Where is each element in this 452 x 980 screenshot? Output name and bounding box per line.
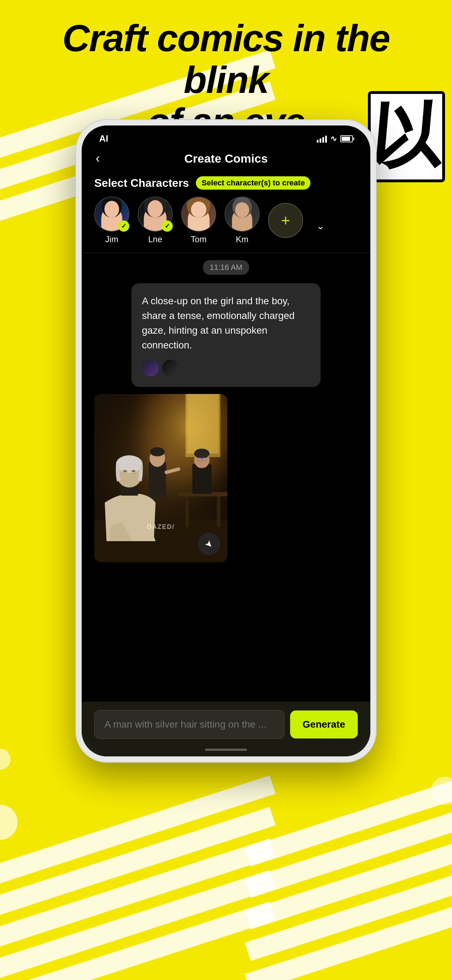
send-button[interactable]: ➤	[198, 533, 220, 555]
timestamp-badge: 11:16 AM	[203, 260, 250, 275]
characters-header: Select Characters Select character(s) to…	[94, 176, 358, 189]
message-avatars	[142, 360, 310, 376]
avatar-jim-check: ✓	[118, 221, 129, 232]
avatar-tom-wrapper	[181, 197, 216, 232]
comic-decoration-box: 以	[368, 91, 445, 182]
phone-screen: AI ∿ ‹ Create Comics	[82, 126, 370, 756]
characters-dropdown[interactable]: ⌄	[312, 217, 329, 234]
message-avatar-lne	[162, 360, 179, 376]
generated-image: DAZED/ ➤	[94, 394, 228, 562]
avatar-lne-check: ✓	[162, 221, 173, 232]
avatar-km	[224, 197, 259, 232]
comic-decoration: 以	[368, 91, 445, 182]
send-icon: ➤	[202, 537, 215, 550]
character-km-name: Km	[236, 234, 248, 244]
character-tom-name: Tom	[191, 234, 206, 244]
headline-line1: Craft comics in the blink	[62, 17, 390, 101]
add-character-button[interactable]: +	[268, 203, 303, 238]
characters-list: ✓ Jim ✓ Lne	[94, 197, 358, 244]
signal-bar	[322, 137, 324, 143]
battery-icon	[340, 135, 353, 142]
message-bubble: A close-up on the girl and the boy, shar…	[131, 283, 321, 387]
select-characters-label: Select Characters	[94, 177, 189, 189]
avatar-jim-wrapper: ✓	[94, 197, 129, 232]
timestamp: 11:16 AM	[94, 260, 358, 275]
chat-area: 11:16 AM A close-up on the girl and the …	[82, 260, 370, 387]
character-jim-name: Jim	[105, 234, 118, 244]
character-jim[interactable]: ✓ Jim	[94, 197, 129, 244]
phone-wrapper: AI ∿ ‹ Create Comics	[75, 119, 377, 763]
message-text: A close-up on the girl and the boy, shar…	[142, 294, 310, 353]
character-tom[interactable]: Tom	[181, 197, 216, 244]
avatar-lne-wrapper: ✓	[138, 197, 173, 232]
signal-bar	[317, 140, 318, 143]
bottom-input-bar: Generate	[82, 702, 370, 756]
battery-fill	[342, 137, 350, 141]
status-icons: ∿	[317, 134, 353, 143]
select-badge: Select character(s) to create	[196, 176, 310, 189]
message-avatar-jim	[142, 360, 159, 376]
watermark: DAZED/	[147, 523, 175, 531]
nav-title: Create Comics	[184, 152, 268, 165]
status-ai-label: AI	[99, 133, 108, 144]
avatar-km-wrapper	[224, 197, 259, 232]
back-button[interactable]: ‹	[95, 151, 113, 166]
signal-bar	[325, 136, 327, 143]
scroll-indicator	[205, 749, 247, 751]
divider	[82, 253, 370, 253]
signal-bar	[320, 138, 321, 143]
character-lne[interactable]: ✓ Lne	[138, 197, 173, 244]
comic-char: 以	[368, 102, 444, 172]
character-lne-name: Lne	[148, 234, 162, 244]
signal-icon	[317, 135, 327, 143]
avatar-tom	[181, 197, 216, 232]
add-character-item[interactable]: +	[268, 203, 303, 238]
wifi-icon: ∿	[330, 134, 337, 143]
generate-button[interactable]: Generate	[290, 711, 358, 738]
phone-notch	[191, 126, 261, 137]
generated-image-container: DAZED/ ➤	[82, 394, 370, 569]
prompt-input[interactable]	[94, 710, 285, 739]
nav-bar: ‹ Create Comics	[82, 148, 370, 173]
character-km[interactable]: Km	[224, 197, 259, 244]
characters-section: Select Characters Select character(s) to…	[82, 173, 370, 244]
phone-frame: AI ∿ ‹ Create Comics	[75, 119, 377, 763]
